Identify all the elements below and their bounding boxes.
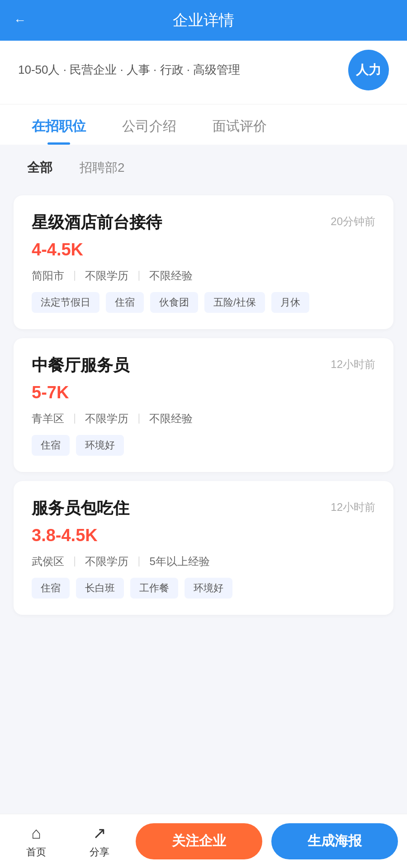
job-tag: 环境好 <box>185 578 232 599</box>
nav-share[interactable]: ↗ 分享 <box>68 824 131 859</box>
nav-home-label: 首页 <box>26 845 46 859</box>
job-card-1[interactable]: 中餐厅服务员 12小时前 5-7K 青羊区 | 不限学历 | 不限经验 住宿 环… <box>14 338 393 472</box>
job-title-1: 中餐厅服务员 <box>32 354 129 377</box>
job-education-1: 不限学历 <box>85 411 128 426</box>
home-icon: ⌂ <box>31 824 41 843</box>
share-icon: ↗ <box>93 824 106 843</box>
job-salary-2: 3.8-4.5K <box>32 526 375 545</box>
job-tag: 住宿 <box>106 292 144 313</box>
job-location-1: 青羊区 <box>32 411 64 426</box>
job-tag: 法定节假日 <box>32 292 99 313</box>
job-time-0: 20分钟前 <box>331 214 375 229</box>
page-header: ← 企业详情 <box>0 0 407 41</box>
nav-home[interactable]: ⌂ 首页 <box>5 824 68 859</box>
job-card-0[interactable]: 星级酒店前台接待 20分钟前 4-4.5K 简阳市 | 不限学历 | 不限经验 … <box>14 195 393 329</box>
back-button[interactable]: ← <box>14 13 26 28</box>
job-experience-2: 5年以上经验 <box>149 554 209 569</box>
job-tag: 月休 <box>271 292 309 313</box>
job-tag: 工作餐 <box>130 578 178 599</box>
job-card-2[interactable]: 服务员包吃住 12小时前 3.8-4.5K 武侯区 | 不限学历 | 5年以上经… <box>14 481 393 615</box>
job-location-2: 武侯区 <box>32 554 64 569</box>
job-title-2: 服务员包吃住 <box>32 497 129 519</box>
company-logo[interactable]: 人力 <box>348 50 389 90</box>
sub-tabs: 全部 招聘部2 <box>0 145 407 191</box>
job-salary-0: 4-4.5K <box>32 240 375 259</box>
job-tag: 环境好 <box>76 435 124 456</box>
bottom-navigation: ⌂ 首页 ↗ 分享 关注企业 生成海报 <box>0 814 407 868</box>
job-location-0: 简阳市 <box>32 269 64 283</box>
job-meta-0: 简阳市 | 不限学历 | 不限经验 <box>32 269 375 283</box>
job-experience-1: 不限经验 <box>149 411 193 426</box>
company-info-bar: 10-50人 · 民营企业 · 人事 · 行政 · 高级管理 人力 <box>0 41 407 104</box>
page-title: 企业详情 <box>173 10 234 31</box>
job-tag: 伙食团 <box>150 292 198 313</box>
job-education-0: 不限学历 <box>85 269 128 283</box>
sub-tab-all[interactable]: 全部 <box>18 156 62 180</box>
job-tags-1: 住宿 环境好 <box>32 435 375 456</box>
main-tabs: 在招职位 公司介绍 面试评价 <box>0 104 407 145</box>
job-tag: 住宿 <box>32 435 70 456</box>
job-tag: 长白班 <box>76 578 124 599</box>
job-title-0: 星级酒店前台接待 <box>32 212 162 234</box>
company-tags: 10-50人 · 民营企业 · 人事 · 行政 · 高级管理 <box>18 61 240 80</box>
sub-tab-dept2[interactable]: 招聘部2 <box>71 156 134 180</box>
job-tags-0: 法定节假日 住宿 伙食团 五险/社保 月休 <box>32 292 375 313</box>
tab-intro[interactable]: 公司介绍 <box>109 104 190 145</box>
job-time-2: 12小时前 <box>331 500 375 514</box>
job-tag: 住宿 <box>32 578 70 599</box>
jobs-list: 星级酒店前台接待 20分钟前 4-4.5K 简阳市 | 不限学历 | 不限经验 … <box>0 191 407 619</box>
job-meta-2: 武侯区 | 不限学历 | 5年以上经验 <box>32 554 375 569</box>
job-education-2: 不限学历 <box>85 554 128 569</box>
job-tag: 五险/社保 <box>204 292 265 313</box>
job-experience-0: 不限经验 <box>149 269 193 283</box>
tab-review[interactable]: 面试评价 <box>199 104 280 145</box>
job-salary-1: 5-7K <box>32 383 375 402</box>
job-time-1: 12小时前 <box>331 357 375 372</box>
job-meta-1: 青羊区 | 不限学历 | 不限经验 <box>32 411 375 426</box>
job-tags-2: 住宿 长白班 工作餐 环境好 <box>32 578 375 599</box>
tab-jobs[interactable]: 在招职位 <box>18 104 99 145</box>
nav-share-label: 分享 <box>90 845 109 859</box>
generate-poster-button[interactable]: 生成海报 <box>271 823 398 859</box>
follow-company-button[interactable]: 关注企业 <box>136 823 262 859</box>
